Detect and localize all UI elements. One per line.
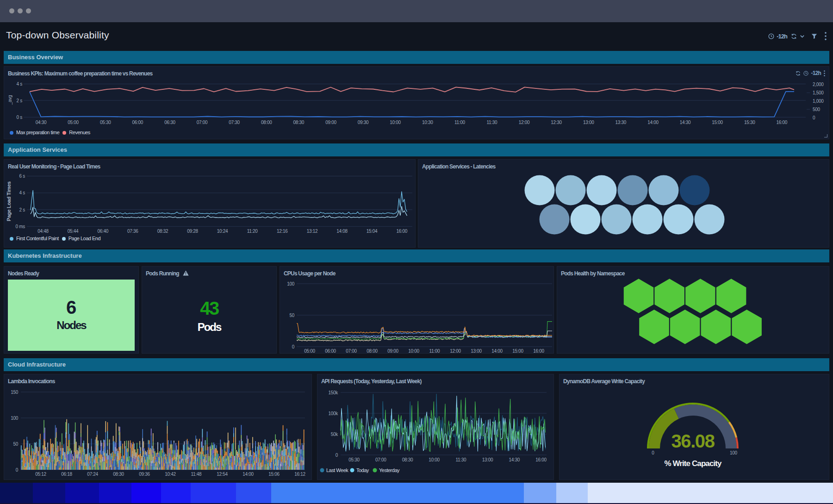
svg-text:2 s: 2 s [17, 98, 23, 103]
svg-text:0: 0 [336, 453, 338, 458]
svg-text:100k: 100k [329, 411, 339, 416]
svg-text:_avg: _avg [7, 95, 12, 106]
svg-text:08:00: 08:00 [367, 348, 378, 354]
svg-text:15:04: 15:04 [367, 229, 378, 234]
svg-text:4 s: 4 s [17, 81, 23, 87]
svg-text:04:48: 04:48 [37, 229, 49, 234]
svg-text:04:30: 04:30 [36, 120, 47, 125]
svg-text:100: 100 [730, 450, 738, 455]
svg-text:11:00: 11:00 [429, 348, 441, 354]
svg-text:05:30: 05:30 [348, 457, 360, 462]
svg-text:09:00: 09:00 [325, 120, 336, 125]
svg-text:06:00: 06:00 [325, 348, 336, 354]
svg-text:14:00: 14:00 [647, 120, 659, 125]
svg-text:10:00: 10:00 [408, 348, 419, 354]
svg-text:07:00: 07:00 [197, 120, 208, 125]
svg-text:500: 500 [813, 107, 821, 112]
svg-text:2 s: 2 s [19, 207, 25, 212]
svg-text:15:00: 15:00 [512, 348, 523, 354]
svg-text:13:30: 13:30 [615, 120, 627, 125]
svg-text:2,000: 2,000 [813, 82, 824, 87]
svg-text:13:00: 13:00 [482, 457, 493, 462]
svg-text:09:36: 09:36 [139, 472, 150, 477]
svg-text:09:30: 09:30 [358, 120, 369, 125]
svg-text:08:30: 08:30 [113, 472, 124, 477]
svg-text:05:00: 05:00 [68, 120, 79, 125]
svg-text:12:00: 12:00 [519, 120, 530, 125]
svg-text:12:00: 12:00 [450, 348, 461, 354]
svg-text:07:00: 07:00 [375, 457, 386, 462]
svg-text:100: 100 [11, 416, 19, 421]
svg-text:15:06: 15:06 [268, 472, 280, 477]
svg-text:16:12: 16:12 [294, 472, 305, 477]
svg-text:13:00: 13:00 [471, 348, 482, 354]
svg-text:14:00: 14:00 [242, 472, 254, 477]
svg-text:11:00: 11:00 [454, 120, 466, 125]
svg-text:07:00: 07:00 [346, 348, 357, 354]
svg-text:Page Load Times: Page Load Times [6, 181, 12, 221]
svg-text:15:30: 15:30 [744, 120, 755, 125]
svg-text:11:30: 11:30 [455, 457, 466, 462]
svg-text:10:30: 10:30 [422, 120, 433, 125]
svg-text:16:00: 16:00 [396, 229, 407, 234]
svg-text:50: 50 [289, 313, 294, 318]
svg-text:50k: 50k [331, 432, 339, 437]
svg-text:16:00: 16:00 [777, 120, 788, 125]
svg-text:10:00: 10:00 [429, 457, 440, 462]
svg-text:12:30: 12:30 [551, 120, 562, 125]
svg-text:05:00: 05:00 [304, 348, 315, 354]
svg-text:0: 0 [813, 115, 815, 120]
svg-text:07:30: 07:30 [229, 120, 240, 125]
svg-text:0 s: 0 s [17, 115, 23, 120]
svg-text:10:00: 10:00 [390, 120, 401, 125]
svg-text:07:36: 07:36 [127, 229, 138, 234]
svg-text:14:08: 14:08 [336, 229, 348, 234]
svg-text:11:48: 11:48 [191, 472, 202, 477]
svg-text:Yesterday: Yesterday [379, 467, 400, 473]
svg-text:08:00: 08:00 [261, 120, 272, 125]
svg-text:1,500: 1,500 [813, 90, 824, 95]
svg-text:10:24: 10:24 [217, 229, 228, 234]
svg-text:100: 100 [287, 281, 295, 286]
svg-text:08:30: 08:30 [293, 120, 305, 125]
svg-text:11:30: 11:30 [487, 120, 498, 125]
svg-text:1,000: 1,000 [813, 99, 824, 104]
svg-text:06:18: 06:18 [61, 472, 72, 477]
svg-text:13:00: 13:00 [583, 120, 594, 125]
svg-text:0 ms: 0 ms [16, 224, 25, 229]
svg-text:10:42: 10:42 [165, 472, 176, 477]
svg-text:05:12: 05:12 [35, 472, 46, 477]
svg-text:0: 0 [16, 467, 19, 473]
svg-text:14:30: 14:30 [509, 457, 520, 462]
svg-text:Today: Today [356, 467, 369, 473]
svg-text:150k: 150k [329, 390, 339, 395]
svg-text:11:20: 11:20 [247, 229, 258, 234]
svg-text:4 s: 4 s [19, 190, 25, 195]
svg-text:05:30: 05:30 [100, 120, 111, 125]
svg-text:08:30: 08:30 [402, 457, 413, 462]
svg-text:Last Week: Last Week [326, 467, 348, 473]
svg-text:% Write Capacity: % Write Capacity [664, 459, 722, 468]
svg-text:13:12: 13:12 [307, 229, 318, 234]
svg-text:05:44: 05:44 [68, 229, 79, 234]
svg-text:09:28: 09:28 [187, 229, 198, 234]
svg-text:14:00: 14:00 [491, 348, 503, 354]
svg-text:06:40: 06:40 [97, 229, 108, 234]
svg-text:09:00: 09:00 [387, 348, 398, 354]
svg-text:12:54: 12:54 [217, 472, 228, 477]
svg-text:16:00: 16:00 [535, 457, 547, 462]
svg-text:6 s: 6 s [19, 174, 25, 179]
svg-text:12:16: 12:16 [277, 229, 288, 234]
svg-text:0: 0 [652, 450, 654, 455]
svg-text:15:00: 15:00 [712, 120, 723, 125]
svg-text:50: 50 [13, 442, 18, 447]
svg-text:150: 150 [11, 390, 19, 395]
svg-text:0: 0 [292, 344, 295, 349]
svg-text:14:30: 14:30 [680, 120, 691, 125]
svg-text:07:24: 07:24 [87, 472, 98, 477]
svg-text:08:32: 08:32 [157, 229, 168, 234]
svg-text:36.08: 36.08 [671, 431, 715, 451]
svg-text:16:00: 16:00 [533, 348, 544, 354]
svg-text:06:00: 06:00 [132, 120, 143, 125]
svg-text:06:30: 06:30 [164, 120, 175, 125]
